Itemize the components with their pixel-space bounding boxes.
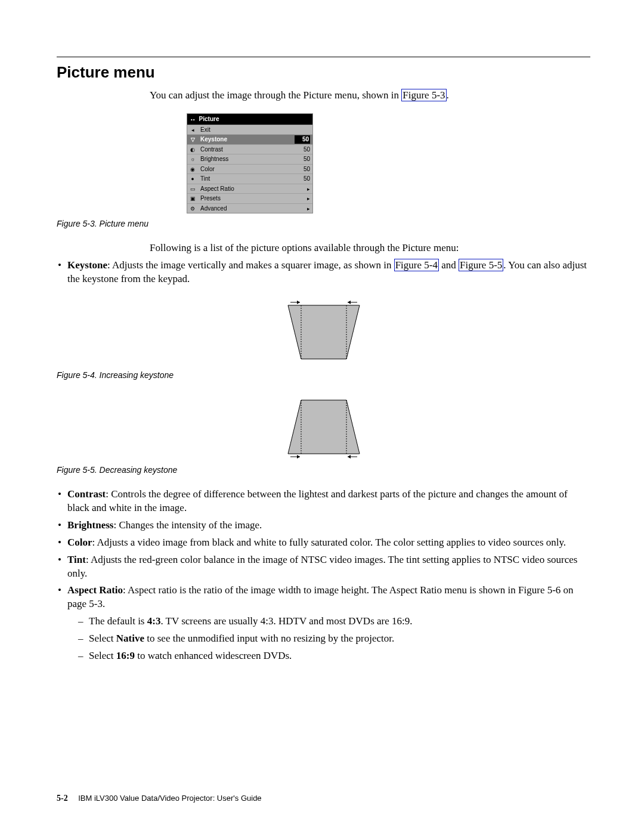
aspect-sub-native: Select Native to see the unmodified inpu… (78, 632, 590, 646)
svg-marker-6 (348, 301, 351, 304)
aspect-sub-default: The default is 4:3. TV screens are usual… (78, 615, 590, 628)
dash1-pre: The default is (89, 615, 147, 627)
menu-row-label: Exit (200, 126, 293, 134)
link-figure-5-5[interactable]: Figure 5-5 (459, 259, 503, 271)
section-heading: Picture menu (57, 62, 590, 83)
menu-row-color: ◉Color50 (187, 164, 312, 174)
brightness-text: : Changes the intensity of the image. (113, 519, 262, 531)
decreasing-keystone-diagram (276, 394, 371, 460)
menu-title-bar: Picture (187, 114, 312, 125)
dash1-post: . TV screens are usually 4:3. HDTV and m… (160, 615, 412, 627)
keystone-mid: and (439, 259, 459, 271)
intro-text-post: . (447, 89, 449, 101)
option-brightness: Brightness: Changes the intensity of the… (57, 519, 590, 532)
dash2-pre: Select (89, 633, 116, 644)
svg-marker-0 (288, 305, 360, 359)
menu-row-tint: ●Tint50 (187, 174, 312, 184)
increasing-keystone-diagram (276, 299, 371, 365)
option-contrast: Contrast: Controls the degree of differe… (57, 488, 590, 515)
dash1-bold: 4:3 (147, 615, 161, 627)
menu-row-label: Keystone (200, 135, 291, 144)
menu-row-icon: ▭ (188, 185, 197, 193)
option-color: Color: Adjusts a video image from black … (57, 536, 590, 550)
intro-paragraph: You can adjust the image through the Pic… (150, 89, 590, 103)
color-text: : Adjusts a video image from black and w… (92, 537, 566, 548)
menu-row-label: Brightness (200, 155, 293, 163)
menu-row-label: Aspect Ratio (200, 185, 293, 193)
keystone-label: Keystone (67, 259, 107, 271)
color-label: Color (67, 537, 92, 548)
figure-5-3-caption: Figure 5-3. Picture menu (57, 218, 590, 230)
menu-row-value: 50 (297, 165, 310, 174)
menu-row-icon: ◉ (188, 166, 197, 173)
menu-row-label: Color (200, 165, 293, 174)
dash3-bold: 16:9 (116, 650, 135, 661)
link-figure-5-4[interactable]: Figure 5-4 (394, 259, 439, 271)
menu-row-icon: ◐ (188, 146, 197, 153)
menu-row-exit: ◂Exit (187, 125, 312, 135)
menu-row-value (297, 185, 310, 193)
menu-row-advanced: ⚙Advanced (187, 203, 312, 213)
dash3-post: to watch enhanced widescreen DVDs. (135, 650, 292, 661)
contrast-text: : Controls the degree of difference betw… (67, 488, 568, 513)
menu-title-label: Picture (199, 115, 219, 123)
figure-5-4-caption: Figure 5-4. Increasing keystone (57, 370, 590, 381)
aspect-sub-169: Select 16:9 to watch enhanced widescreen… (78, 649, 590, 663)
tint-label: Tint (67, 554, 86, 565)
tint-text: : Adjusts the red-green color balance in… (67, 554, 577, 579)
menu-row-value: 50 (295, 135, 310, 144)
menu-row-icon: ☼ (188, 156, 197, 163)
footer-title: IBM iLV300 Value Data/Video Projector: U… (78, 794, 261, 803)
menu-row-value: 50 (297, 145, 310, 154)
brightness-label: Brightness (67, 519, 113, 531)
keystone-text-a: : Adjusts the image vertically and makes… (107, 259, 394, 271)
aspect-sublist: The default is 4:3. TV screens are usual… (78, 615, 590, 663)
top-rule (57, 57, 590, 57)
menu-row-icon: ● (188, 175, 197, 182)
menu-row-value (297, 205, 310, 213)
menu-row-icon: ⚙ (188, 205, 197, 212)
menu-row-value (297, 194, 310, 203)
page-footer: 5-2 IBM iLV300 Value Data/Video Projecto… (57, 793, 262, 804)
option-tint: Tint: Adjusts the red-green color balanc… (57, 553, 590, 581)
menu-row-icon: ▣ (188, 195, 197, 202)
menu-row-keystone: ▽Keystone50 (187, 134, 312, 144)
figure-5-5-caption: Figure 5-5. Decreasing keystone (57, 465, 590, 476)
options-list-continued: Contrast: Controls the degree of differe… (57, 488, 590, 663)
figure-5-4 (57, 299, 590, 365)
dash2-post: to see the unmodified input with no resi… (144, 633, 394, 644)
menu-row-brightness: ☼Brightness50 (187, 154, 312, 164)
dash2-bold: Native (116, 633, 144, 644)
aspect-label: Aspect Ratio (67, 584, 123, 596)
aspect-text: : Aspect ratio is the ratio of the image… (67, 584, 574, 609)
menu-row-value: 50 (297, 155, 310, 163)
menu-row-aspect-ratio: ▭Aspect Ratio (187, 184, 312, 194)
svg-marker-7 (288, 400, 360, 454)
menu-row-presets: ▣Presets (187, 193, 312, 203)
menu-row-label: Contrast (200, 145, 293, 154)
menu-row-icon: ▽ (188, 136, 197, 143)
option-keystone: Keystone: Adjusts the image vertically a… (57, 259, 590, 286)
picture-menu-screenshot: Picture ◂Exit▽Keystone50◐Contrast50☼Brig… (187, 113, 313, 213)
figure-5-5 (57, 394, 590, 460)
page: Picture menu You can adjust the image th… (57, 57, 590, 667)
link-figure-5-3[interactable]: Figure 5-3 (401, 89, 446, 101)
page-number: 5-2 (57, 794, 68, 803)
menu-row-label: Advanced (200, 205, 293, 213)
following-intro: Following is a list of the picture optio… (150, 241, 590, 255)
intro-text-pre: You can adjust the image through the Pic… (150, 89, 401, 101)
menu-row-label: Tint (200, 175, 293, 183)
menu-dots-icon (191, 115, 196, 123)
option-aspect-ratio: Aspect Ratio: Aspect ratio is the ratio … (57, 584, 590, 663)
dash3-pre: Select (89, 650, 116, 661)
menu-row-value: 50 (297, 175, 310, 183)
svg-marker-4 (297, 301, 300, 304)
menu-row-icon: ◂ (188, 126, 197, 134)
menu-row-contrast: ◐Contrast50 (187, 144, 312, 154)
svg-marker-13 (348, 455, 351, 459)
options-list: Keystone: Adjusts the image vertically a… (57, 259, 590, 286)
contrast-label: Contrast (67, 488, 106, 500)
svg-marker-11 (297, 455, 300, 459)
menu-row-label: Presets (200, 194, 293, 203)
